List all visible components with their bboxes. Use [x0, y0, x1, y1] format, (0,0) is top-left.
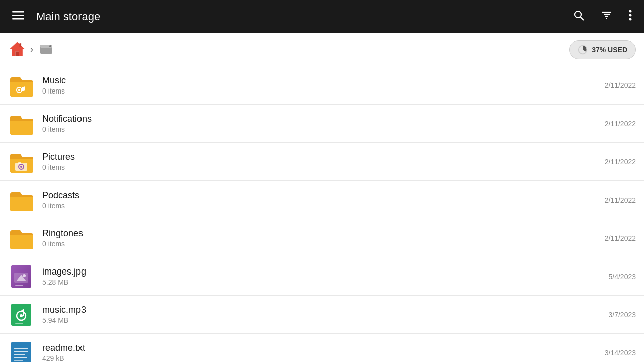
svg-point-9	[629, 10, 632, 13]
svg-rect-0	[12, 11, 24, 13]
svg-point-21	[18, 89, 20, 91]
svg-rect-2	[12, 18, 24, 20]
list-item[interactable]: Notifications 0 items 2/11/2022	[0, 105, 644, 143]
svg-rect-38	[14, 351, 28, 352]
file-icon-folder	[8, 225, 34, 251]
file-name: Notifications	[42, 114, 605, 124]
list-item[interactable]: Podcasts 0 items 2/11/2022	[0, 181, 644, 219]
file-name: images.jpg	[42, 266, 609, 277]
more-options-icon[interactable]	[625, 5, 636, 28]
file-meta: 0 items	[42, 240, 605, 248]
svg-rect-1	[12, 15, 24, 16]
file-info: Ringtones 0 items	[42, 228, 605, 248]
file-name: Podcasts	[42, 190, 605, 201]
file-info: Notifications 0 items	[42, 114, 605, 133]
svg-rect-25	[18, 162, 21, 164]
menu-icon[interactable]	[8, 5, 28, 28]
file-date: 3/7/2023	[609, 311, 636, 319]
file-info: readme.txt 429 kB	[42, 343, 605, 362]
list-item[interactable]: Music 0 items 2/11/2022	[0, 66, 644, 105]
breadcrumb-storage[interactable]	[37, 40, 55, 60]
svg-point-10	[629, 14, 632, 17]
file-info: Music 0 items	[42, 75, 605, 95]
file-icon-image-file	[8, 263, 34, 290]
file-icon-folder	[8, 111, 34, 137]
file-name: music.mp3	[42, 305, 609, 315]
file-date: 5/4/2023	[609, 273, 636, 281]
file-info: Pictures 0 items	[42, 152, 605, 171]
list-item[interactable]: Ringtones 0 items 2/11/2022	[0, 219, 644, 257]
svg-marker-15	[11, 42, 24, 49]
svg-rect-13	[15, 51, 19, 56]
list-item[interactable]: music.mp3 5.94 MB 3/7/2023	[0, 296, 644, 334]
file-icon-music-folder	[8, 72, 34, 99]
file-meta: 0 items	[42, 87, 605, 95]
file-date: 3/14/2023	[605, 349, 636, 357]
topbar: Main storage	[0, 0, 644, 33]
svg-rect-35	[15, 323, 23, 324]
file-name: Ringtones	[42, 228, 605, 239]
list-item[interactable]: readme.txt 429 kB 3/14/2023	[0, 334, 644, 362]
file-meta: 0 items	[42, 163, 605, 171]
search-icon[interactable]	[569, 5, 589, 28]
file-icon-pictures-folder	[8, 149, 34, 175]
svg-point-18	[49, 45, 51, 47]
file-date: 2/11/2022	[605, 158, 636, 166]
file-info: Podcasts 0 items	[42, 190, 605, 210]
file-date: 2/11/2022	[605, 196, 636, 204]
svg-rect-40	[14, 357, 27, 358]
file-date: 2/11/2022	[605, 81, 636, 89]
svg-point-34	[20, 314, 23, 317]
svg-rect-31	[15, 285, 23, 286]
filter-icon[interactable]	[597, 5, 617, 28]
file-meta: 5.94 MB	[42, 316, 609, 324]
storage-percent: 37% USED	[592, 46, 627, 54]
storage-usage-badge: 37% USED	[569, 40, 636, 59]
file-name: readme.txt	[42, 343, 605, 353]
file-name: Pictures	[42, 152, 605, 162]
file-info: music.mp3 5.94 MB	[42, 305, 609, 324]
file-meta: 0 items	[42, 125, 605, 133]
svg-point-11	[629, 18, 632, 21]
list-item[interactable]: images.jpg 5.28 MB 5/4/2023	[0, 257, 644, 296]
svg-line-4	[581, 17, 584, 21]
breadcrumb-home[interactable]	[8, 40, 26, 60]
svg-point-30	[23, 274, 26, 277]
file-icon-text-file	[8, 340, 34, 363]
file-meta: 0 items	[42, 202, 605, 210]
file-date: 2/11/2022	[605, 120, 636, 128]
file-list: Music 0 items 2/11/2022 Notifications 0 …	[0, 66, 644, 362]
breadcrumb-bar: › 37% USED	[0, 33, 644, 66]
file-info: images.jpg 5.28 MB	[42, 266, 609, 286]
svg-point-3	[575, 11, 581, 18]
svg-point-24	[20, 166, 22, 168]
svg-rect-37	[14, 348, 28, 349]
file-icon-audio-file	[8, 302, 34, 328]
page-title: Main storage	[36, 10, 560, 23]
file-meta: 5.28 MB	[42, 278, 609, 286]
file-icon-folder	[8, 187, 34, 213]
svg-rect-39	[14, 354, 25, 355]
breadcrumb-separator: ›	[30, 44, 33, 55]
file-name: Music	[42, 75, 605, 86]
list-item[interactable]: Pictures 0 items 2/11/2022	[0, 143, 644, 181]
file-date: 2/11/2022	[605, 234, 636, 242]
svg-rect-41	[14, 360, 23, 361]
file-meta: 429 kB	[42, 354, 605, 362]
